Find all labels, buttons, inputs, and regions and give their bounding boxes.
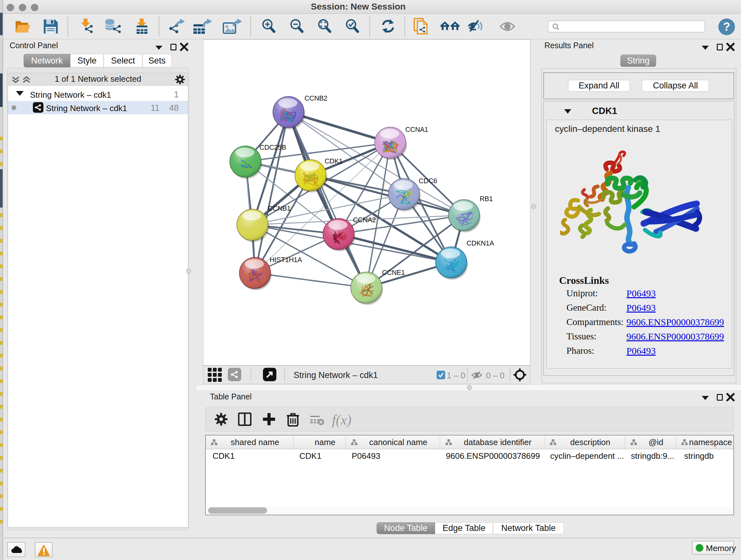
svg-text:CCNE1: CCNE1 bbox=[382, 269, 405, 276]
svg-text:CCNB1: CCNB1 bbox=[268, 205, 291, 212]
svg-text:HIST1H1A: HIST1H1A bbox=[270, 256, 302, 264]
svg-text:CDKN1A: CDKN1A bbox=[467, 240, 494, 247]
svg-text:RB1: RB1 bbox=[480, 195, 493, 203]
svg-text:CDC6: CDC6 bbox=[419, 177, 437, 185]
svg-text:CCNB2: CCNB2 bbox=[305, 95, 327, 102]
svg-text:CCNA1: CCNA1 bbox=[405, 126, 428, 133]
svg-text:CCNA2: CCNA2 bbox=[353, 216, 376, 224]
svg-text:CDC25B: CDC25B bbox=[259, 144, 286, 151]
svg-text:CDK1: CDK1 bbox=[325, 158, 343, 165]
